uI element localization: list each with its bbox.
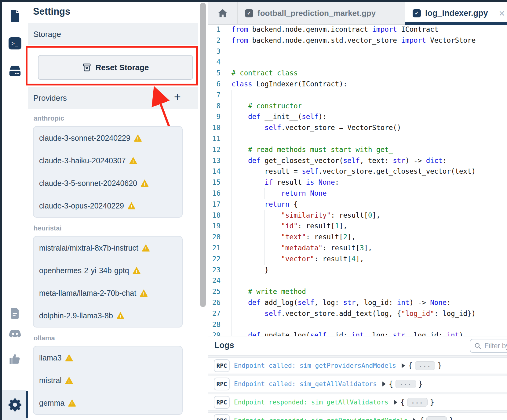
code-token: : [443,157,447,165]
log-entry[interactable]: RPCEndpoint responded: sim_getProvidersA… [208,412,507,420]
code-line-text: def get_closest_vector(self, text: str) … [232,155,447,166]
file-check-icon [245,9,253,17]
indent-guide [232,90,248,101]
code-token: return [264,200,289,208]
model-item[interactable]: openhermes-2-yi-34b-gptq [34,259,182,282]
model-item[interactable]: dolphin-2.9-llama3-8b [34,304,182,327]
model-item[interactable]: claude-3-opus-20240229 [34,194,182,217]
code-line-text [232,319,248,330]
code-token: ) -> [405,157,426,165]
line-number: 13 [208,155,221,166]
logs-header: Logs [208,336,507,356]
model-item[interactable]: llama3 [34,346,182,369]
model-item[interactable]: mistral [34,369,182,392]
log-entry[interactable]: RPCEndpoint responded: sim_getAllValidat… [208,394,507,411]
app-window: >_ Settings [0,0,507,420]
sidebar-item-feedback[interactable] [8,352,22,366]
code-token: VectorStore [426,36,476,44]
expand-caret-icon[interactable] [402,363,405,368]
indent-guide [232,199,248,210]
warning-icon [134,134,142,142]
expand-caret-icon[interactable] [413,418,417,420]
tab-football_prediction_market.gpy[interactable]: football_prediction_market.gpy [238,2,405,24]
log-message: Endpoint called: sim_getAllValidators [234,380,377,388]
code-token: ], [364,244,372,252]
close-icon[interactable]: × [499,8,507,18]
model-item[interactable]: claude-3-5-sonnet-20240620 [34,172,182,194]
reset-storage-label: Reset Storage [96,63,149,72]
model-name-label: claude-3-5-sonnet-20240620 [39,179,137,188]
code-line: 8# constructor [208,101,507,112]
file-check-icon [413,9,421,17]
provider-model-list: claude-3-sonnet-20240229claude-3-haiku-2… [33,126,183,218]
sidebar-item-contracts[interactable] [8,9,22,23]
code-line-text [232,133,248,144]
collapsed-json-chip[interactable]: ... [415,361,435,370]
tab-log_indexer.gpy[interactable]: log_indexer.gpy× [405,2,507,24]
code-token: 2 [343,233,348,241]
code-token: .vector_store.get_closest_vector(text) [318,167,476,175]
code-line: 17return { [208,199,507,210]
collapsed-json-chip[interactable]: ... [396,380,416,388]
brace-close: } [418,380,423,388]
code-token: def [248,113,261,121]
code-token: is [306,178,314,186]
sidebar-item-terminal[interactable]: >_ [8,36,22,50]
sidebar-item-settings[interactable] [8,398,22,412]
code-token: int [352,331,364,336]
log-filter-input[interactable] [484,342,507,350]
model-item[interactable]: claude-3-haiku-20240307 [34,149,182,172]
home-button[interactable] [208,2,238,24]
code-token: IContract [397,25,438,33]
code-line: 28 [208,319,507,330]
code-line: 9def __init__(self): [208,111,507,122]
providers-section-label: Providers [33,93,67,103]
indent-guide [232,319,248,330]
code-token: # write method [248,288,306,295]
code-token: , log_id: [405,331,447,336]
brace-close: } [438,361,442,370]
code-line-text: def __init__(self): [232,111,327,122]
sidebar-item-discord[interactable] [8,328,22,342]
settings-scrollbar-thumb[interactable] [200,3,206,307]
model-item[interactable]: claude-3-sonnet-20240229 [34,127,182,149]
terminal-icon: >_ [9,37,21,49]
code-line-text: "metadata": result[3], [232,243,372,254]
provider-group-label: ollama [34,334,183,342]
line-number: 16 [208,188,221,199]
log-list: RPCEndpoint called: sim_getProvidersAndM… [208,356,507,420]
code-line: 7 [208,90,507,101]
code-editor[interactable]: 1from backend.node.genvm.icontract impor… [208,24,507,336]
warning-icon [140,289,148,297]
code-token: : result[ [298,222,335,230]
add-provider-button[interactable]: + [172,91,183,103]
code-line-text: def add_log(self, log: str, log_id: int)… [232,297,451,308]
code-line-text [232,275,264,286]
code-line: 1from backend.node.genvm.icontract impor… [208,24,507,35]
model-name-label: claude-3-opus-20240229 [39,201,124,210]
tabs-container: football_prediction_market.gpylog_indexe… [238,2,507,24]
code-line: 25# write method [208,286,507,297]
sidebar-item-docs[interactable] [8,306,22,320]
provider-model-list: mistralai/mixtral-8x7b-instructopenherme… [33,236,183,328]
collapsed-json-chip[interactable]: ... [426,416,447,420]
code-token: # contract class [232,69,298,77]
sidebar-item-storage[interactable] [8,64,22,78]
model-item[interactable]: gemma [34,392,182,414]
indent-guide [232,265,248,276]
collapsed-json-chip[interactable]: ... [407,398,427,407]
model-item[interactable]: mistralai/mixtral-8x7b-instruct [34,237,182,259]
code-line: 21"metadata": result[3], [208,243,507,254]
indent-guide [248,243,264,254]
code-line: 27self.vector_store.add_text(log, {"log_… [208,308,507,319]
log-entry[interactable]: RPCEndpoint called: sim_getAllValidators… [208,376,507,392]
provider-groups: anthropicclaude-3-sonnet-20240229claude-… [33,114,183,420]
model-item[interactable]: meta-llama/llama-2-70b-chat [34,282,182,304]
line-number: 7 [208,90,221,101]
expand-caret-icon[interactable] [382,382,386,386]
log-entry[interactable]: RPCEndpoint called: sim_getProvidersAndM… [208,357,507,374]
expand-caret-icon[interactable] [394,400,397,405]
reset-storage-button[interactable]: Reset Storage [38,55,193,80]
code-token: : [447,299,451,306]
line-number: 27 [208,308,221,319]
